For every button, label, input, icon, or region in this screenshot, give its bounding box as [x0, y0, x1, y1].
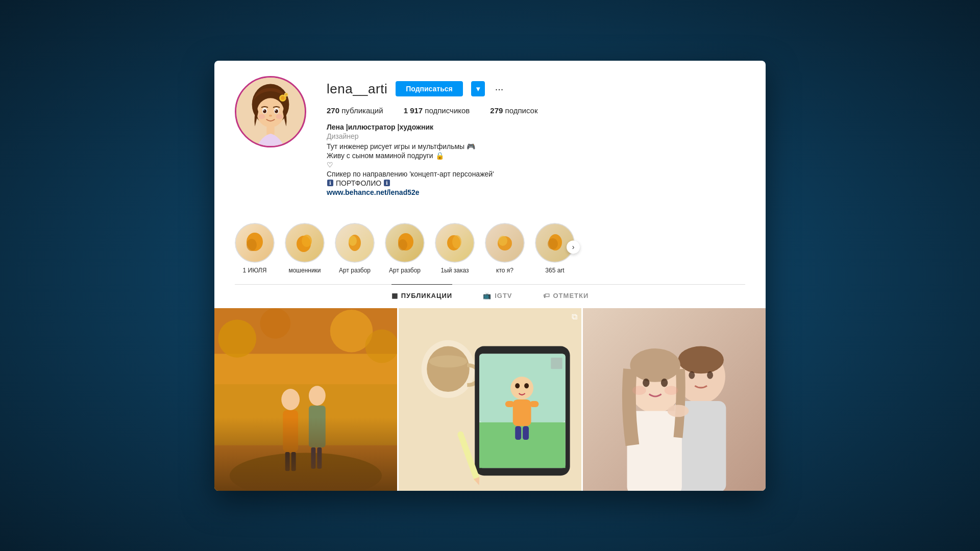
stats-row: 270 публикаций 1 917 подписчиков 279 под… [327, 106, 745, 115]
story-item-4[interactable]: Арт разбор [385, 223, 425, 274]
following-stat[interactable]: 279 подписок [490, 106, 537, 115]
svg-rect-65 [551, 357, 562, 368]
tab-tagged-icon: 🏷 [543, 292, 550, 299]
tab-posts-label: ПУБЛИКАЦИИ [401, 292, 452, 299]
followers-count: 1 917 [404, 106, 423, 115]
svg-rect-59 [515, 426, 521, 440]
svg-point-9 [269, 114, 272, 116]
svg-rect-60 [523, 426, 529, 440]
bio-line4: Спикер по направлению 'концепт-арт персо… [327, 170, 745, 178]
following-label: подписок [505, 106, 538, 115]
svg-point-44 [260, 308, 291, 339]
story-item-6[interactable]: кто я? [485, 223, 525, 274]
svg-point-28 [498, 236, 507, 246]
post-1[interactable] [214, 308, 397, 491]
svg-point-55 [510, 377, 533, 399]
svg-rect-40 [309, 405, 326, 447]
svg-point-8 [275, 110, 276, 111]
svg-point-61 [515, 383, 520, 388]
profile-top-row: lena__arti Подписаться ▾ ··· [327, 81, 745, 97]
story-item-5[interactable]: 1ый заказ [435, 223, 475, 274]
svg-point-24 [398, 239, 407, 251]
story-label-6: кто я? [496, 267, 513, 274]
profile-header: lena__arti Подписаться ▾ ··· 270 публика… [235, 76, 745, 197]
svg-point-71 [689, 371, 695, 379]
svg-point-4 [263, 109, 266, 113]
dropdown-button[interactable]: ▾ [471, 81, 485, 96]
svg-rect-36 [283, 410, 298, 452]
story-label-1: 1 ИЮЛЯ [243, 267, 267, 274]
profile-info: lena__arti Подписаться ▾ ··· 270 публика… [327, 76, 745, 197]
tab-tagged-label: ОТМЕТКИ [553, 292, 589, 299]
story-label-2: мошенники [288, 267, 321, 274]
profile-container: lena__arti Подписаться ▾ ··· 270 публика… [214, 61, 766, 307]
subscribe-button[interactable]: Подписаться [396, 81, 463, 96]
svg-point-77 [661, 378, 668, 386]
svg-rect-57 [505, 400, 514, 407]
story-item-3[interactable]: Арт разбор [335, 223, 375, 274]
svg-point-35 [281, 389, 300, 410]
svg-point-10 [258, 114, 265, 119]
svg-point-2 [257, 98, 284, 127]
following-count: 279 [490, 106, 503, 115]
story-label-7: 365 art [545, 267, 564, 274]
svg-point-46 [365, 329, 397, 363]
followers-stat[interactable]: 1 917 подписчиков [404, 106, 470, 115]
svg-rect-56 [513, 399, 531, 426]
svg-rect-58 [530, 400, 539, 407]
svg-rect-38 [291, 452, 296, 470]
carousel-icon: ⧉ [572, 312, 577, 321]
followers-label: подписчиков [425, 106, 470, 115]
svg-point-34 [230, 453, 382, 491]
tabs-row: ▦ ПУБЛИКАЦИИ 📺 IGTV 🏷 ОТМЕТКИ [235, 284, 745, 307]
bio-line2: Живу с сыном маминой подруги 🔒 [327, 152, 745, 160]
story-item-1[interactable]: 1 ИЮЛЯ [235, 223, 275, 274]
post-2[interactable]: ⧉ [399, 308, 581, 491]
posts-grid: ⧉ [214, 308, 766, 491]
svg-rect-33 [214, 384, 397, 445]
behance-link[interactable]: www.behance.net/lenad52e [327, 188, 420, 196]
stories-next-button[interactable]: › [567, 240, 580, 254]
browser-window: lena__arti Подписаться ▾ ··· 270 публика… [214, 61, 766, 491]
svg-point-15 [285, 93, 287, 96]
svg-point-20 [302, 235, 312, 247]
svg-point-76 [643, 378, 649, 386]
svg-point-78 [632, 386, 646, 395]
svg-point-39 [309, 386, 326, 406]
posts-label: публикаций [341, 106, 383, 115]
bio-line3: ♡ [327, 161, 745, 169]
tab-tagged[interactable]: 🏷 ОТМЕТКИ [543, 284, 589, 307]
tab-posts-icon: ▦ [391, 292, 398, 299]
posts-count: 270 [327, 106, 339, 115]
svg-point-5 [263, 110, 264, 111]
svg-point-72 [707, 371, 713, 379]
story-item-2[interactable]: мошенники [285, 223, 325, 274]
svg-point-79 [665, 386, 678, 395]
stories-row: 1 ИЮЛЯ мошенники [235, 213, 745, 284]
post-3[interactable] [583, 308, 766, 491]
svg-point-43 [218, 319, 256, 358]
svg-rect-54 [479, 422, 566, 468]
bio-name: Лена |иллюстратор |художник [327, 123, 745, 131]
story-circle-1 [235, 223, 275, 263]
tab-posts[interactable]: ▦ ПУБЛИКАЦИИ [391, 284, 452, 307]
svg-point-75 [630, 348, 680, 382]
story-label-4: Арт разбор [389, 267, 421, 274]
svg-point-62 [524, 383, 529, 388]
avatar[interactable] [235, 76, 306, 147]
more-button[interactable]: ··· [493, 81, 506, 97]
bio-category: Дизайнер [327, 132, 745, 140]
story-item-7[interactable]: › 365 art [535, 223, 575, 274]
svg-point-80 [668, 405, 689, 417]
tab-igtv[interactable]: 📺 IGTV [483, 284, 512, 307]
svg-point-50 [429, 355, 468, 367]
svg-point-7 [275, 109, 278, 113]
svg-point-18 [247, 239, 257, 251]
username: lena__arti [327, 81, 387, 97]
story-label-3: Арт разбор [339, 267, 371, 274]
svg-point-26 [452, 235, 461, 248]
svg-rect-37 [285, 452, 290, 470]
bio-link[interactable]: www.behance.net/lenad52e [327, 188, 745, 196]
svg-point-11 [276, 114, 283, 119]
svg-point-49 [427, 346, 470, 392]
